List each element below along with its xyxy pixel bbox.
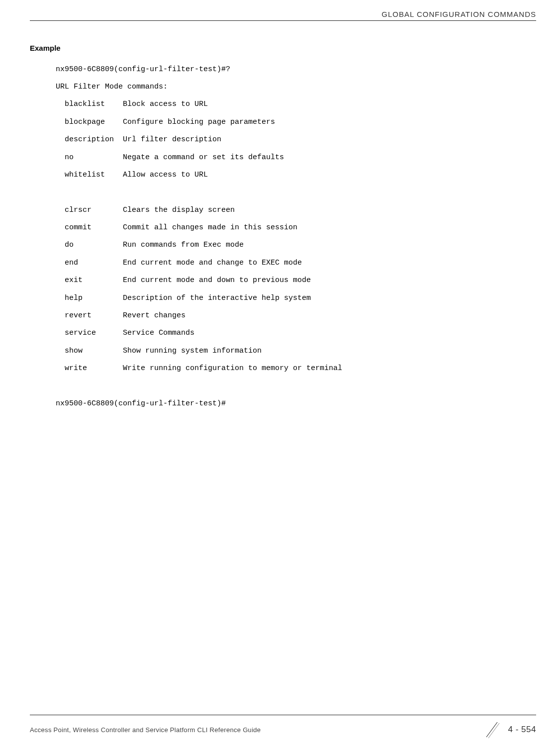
cli-command-row: helpDescription of the interactive help … — [56, 294, 536, 303]
cli-command: write — [65, 364, 123, 373]
cli-command-row: descriptionUrl filter description — [56, 135, 536, 144]
cli-command-row: doRun commands from Exec mode — [56, 241, 536, 250]
cli-command-row: revertRevert changes — [56, 311, 536, 320]
header-rule — [30, 20, 536, 21]
cli-description: Negate a command or set its defaults — [123, 153, 536, 162]
cli-description: End current mode and down to previous mo… — [123, 276, 536, 285]
cli-description: Url filter description — [123, 135, 536, 144]
footer-guide-title: Access Point, Wireless Controller and Se… — [30, 726, 261, 734]
slash-icon — [481, 719, 502, 740]
cli-command-row: serviceService Commands — [56, 329, 536, 338]
footer-row: Access Point, Wireless Controller and Se… — [30, 719, 536, 740]
cli-command-row: blacklistBlock access to URL — [56, 100, 536, 109]
cli-command: whitelist — [65, 171, 123, 180]
cli-description: Block access to URL — [123, 100, 536, 109]
cli-description: Allow access to URL — [123, 171, 536, 180]
cli-prompt-line: nx9500-6C8809(config-url-filter-test)#? — [56, 65, 536, 74]
cli-description: Show running system information — [123, 347, 536, 356]
cli-description: Configure blocking page parameters — [123, 118, 536, 127]
cli-description: Description of the interactive help syst… — [123, 294, 536, 303]
cli-command: service — [65, 329, 123, 338]
cli-command-row: whitelistAllow access to URL — [56, 171, 536, 180]
code-block: nx9500-6C8809(config-url-filter-test)#? … — [56, 56, 536, 426]
cli-description: Commit all changes made in this session — [123, 223, 536, 232]
footer-rule — [30, 715, 536, 715]
cli-description: Write running configuration to memory or… — [123, 364, 536, 373]
cli-command-row: showShow running system information — [56, 347, 536, 356]
cli-command: help — [65, 294, 123, 303]
page-number: 4 - 554 — [508, 725, 536, 735]
cli-command-row: noNegate a command or set its defaults — [56, 153, 536, 162]
cli-description: Run commands from Exec mode — [123, 241, 536, 250]
cli-prompt-line: nx9500-6C8809(config-url-filter-test)# — [56, 399, 536, 408]
cli-command: description — [65, 135, 123, 144]
page-footer: Access Point, Wireless Controller and Se… — [0, 715, 560, 740]
cli-command-row: writeWrite running configuration to memo… — [56, 364, 536, 373]
svg-line-0 — [486, 722, 497, 737]
page: GLOBAL CONFIGURATION COMMANDS Example nx… — [0, 0, 560, 754]
cli-command: commit — [65, 223, 123, 232]
svg-line-1 — [488, 723, 499, 738]
cli-command: revert — [65, 311, 123, 320]
cli-command-row: exitEnd current mode and down to previou… — [56, 276, 536, 285]
cli-command: do — [65, 241, 123, 250]
cli-command-row: endEnd current mode and change to EXEC m… — [56, 259, 536, 268]
cli-command: end — [65, 259, 123, 268]
cli-command: show — [65, 347, 123, 356]
cli-description: Service Commands — [123, 329, 536, 338]
page-header-title: GLOBAL CONFIGURATION COMMANDS — [30, 10, 536, 20]
cli-command-row: commitCommit all changes made in this se… — [56, 223, 536, 232]
cli-command: clrscr — [65, 206, 123, 215]
cli-description: End current mode and change to EXEC mode — [123, 259, 536, 268]
cli-command: no — [65, 153, 123, 162]
cli-command: blacklist — [65, 100, 123, 109]
footer-right: 4 - 554 — [481, 719, 536, 740]
cli-command-row: blockpageConfigure blocking page paramet… — [56, 118, 536, 127]
cli-blank-line — [56, 381, 536, 390]
cli-description: Revert changes — [123, 311, 536, 320]
cli-description: Clears the display screen — [123, 206, 536, 215]
cli-command: blockpage — [65, 118, 123, 127]
example-heading: Example — [30, 44, 536, 52]
cli-mode-line: URL Filter Mode commands: — [56, 83, 536, 92]
cli-blank-line — [56, 188, 536, 197]
cli-command-row: clrscrClears the display screen — [56, 206, 536, 215]
cli-command: exit — [65, 276, 123, 285]
